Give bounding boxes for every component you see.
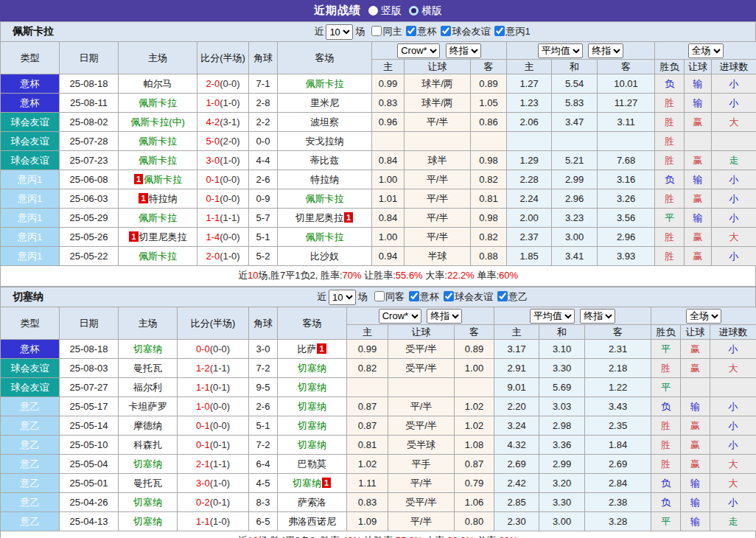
bookmaker-odds: 0.82: [471, 228, 507, 247]
match-count-select[interactable]: 10: [329, 290, 356, 305]
scope-select[interactable]: 全场: [688, 43, 724, 58]
halftime-score: (0-0): [220, 231, 239, 242]
match-score: 0-1(0-0): [197, 189, 249, 209]
filter-checkbox-item[interactable]: 球会友谊: [439, 291, 493, 302]
result-flag: 小: [712, 247, 756, 266]
handicap-line: 球半/两: [405, 94, 471, 113]
filter-checkbox-label: 意丙1: [505, 26, 530, 37]
red-card-badge: 1: [344, 212, 353, 223]
result-flag: 大: [710, 359, 756, 378]
corner-count: 4-4: [249, 151, 278, 170]
away-team-cell: 切塞纳1: [278, 474, 347, 493]
home-team-cell: 佩斯卡拉: [119, 132, 197, 151]
average-select-cell: 平均值 终指: [494, 307, 651, 325]
corner-count: 7-2: [249, 359, 278, 378]
match-score: 0-1(0-1): [178, 436, 249, 455]
result-flag: 小: [710, 397, 756, 416]
average-odds: 2.69: [585, 455, 651, 474]
fulltime-score: 4-2: [206, 116, 220, 127]
away-team-cell: 佩斯卡拉: [278, 74, 372, 94]
sub-col-avg-away: 客: [585, 325, 651, 340]
halftime-score: (1-0): [220, 155, 239, 166]
radio-selected-icon[interactable]: [368, 6, 378, 15]
league-type-badge: 意乙: [1, 493, 60, 512]
fulltime-score: 1-4: [206, 231, 220, 242]
bookmaker-line-select[interactable]: 终指: [427, 309, 462, 324]
filter-checkbox[interactable]: [371, 26, 382, 36]
halftime-score: (0-1): [210, 439, 230, 450]
average-select[interactable]: 平均值: [538, 43, 583, 58]
bookmaker-odds: 0.86: [471, 113, 507, 132]
result-flag: 小: [712, 209, 756, 228]
filter-checkbox[interactable]: [374, 291, 385, 301]
bookmaker-odds: 0.87: [455, 455, 494, 474]
match-score: 1-1(0-1): [178, 378, 249, 397]
bookmaker-odds: 0.79: [455, 474, 494, 493]
average-line-select[interactable]: 终指: [580, 309, 615, 324]
layout-radio-vertical[interactable]: 竖版: [368, 4, 402, 18]
bookmaker-line-select[interactable]: 终指: [446, 43, 481, 58]
filter-checkbox-item[interactable]: 意杯: [402, 26, 436, 37]
match-date: 25-05-17: [60, 397, 119, 416]
bookmaker-odds: 0.81: [347, 436, 388, 455]
average-odds: 2.06: [507, 113, 552, 132]
bookmaker-select[interactable]: Crow*: [397, 43, 440, 58]
halftime-score: (1-0): [210, 478, 230, 489]
league-type-badge: 球会友谊: [1, 359, 60, 378]
filter-checkbox-item[interactable]: 球会友谊: [436, 26, 490, 37]
summary-text-segment: 10: [248, 535, 258, 538]
summary-text-segment: 40%: [343, 535, 362, 538]
filter-checkbox[interactable]: [494, 26, 505, 36]
match-score: 3-0(1-0): [178, 474, 249, 493]
average-odds: 2.42: [494, 474, 539, 493]
filter-checkbox[interactable]: [444, 291, 454, 301]
average-odds: 2.31: [585, 340, 651, 359]
radio-unselected-icon[interactable]: [409, 6, 419, 15]
average-line-select[interactable]: 终指: [588, 43, 623, 58]
filter-checkbox-item[interactable]: 同主: [367, 26, 402, 37]
result-flag: 胜: [651, 359, 681, 378]
filter-controls: 近 10 场 同客意杯球会友谊意乙: [228, 290, 528, 305]
red-card-badge: 1: [139, 193, 147, 203]
home-team-cell: 佩斯卡拉: [119, 151, 197, 170]
sub-col-handicap: 让球: [388, 325, 455, 340]
team-name-text: 卡坦萨罗: [129, 401, 167, 412]
match-score: 1-1(1-0): [178, 512, 249, 531]
result-flag: 负: [655, 170, 685, 189]
home-team-cell: 帕尔马: [119, 74, 197, 94]
average-select[interactable]: 平均值: [530, 309, 575, 324]
corner-count: 6-5: [249, 512, 278, 531]
sub-col-avg-draw: 和: [552, 60, 598, 74]
team-name-text: 切塞纳: [133, 497, 162, 508]
league-type-badge: 意杯: [1, 74, 60, 94]
filter-checkbox-item[interactable]: 意乙: [493, 291, 528, 302]
average-odds: 3.47: [552, 113, 598, 132]
result-flag: 大: [712, 228, 756, 247]
filter-checkbox[interactable]: [409, 291, 419, 301]
result-flag: 胜: [655, 94, 685, 113]
result-flag: 小: [712, 94, 756, 113]
scope-select[interactable]: 全场: [686, 309, 721, 324]
near-label: 近: [314, 25, 323, 38]
filter-checkbox-item[interactable]: 意丙1: [490, 26, 530, 37]
bookmaker-odds: 1.02: [347, 455, 388, 474]
filter-checkbox[interactable]: [497, 291, 508, 301]
home-team-cell: 福尔利: [119, 378, 178, 397]
layout-radio-horizontal[interactable]: 横版: [409, 4, 442, 18]
sub-col-avg-draw: 和: [539, 325, 585, 340]
average-odds: 3.00: [539, 512, 585, 531]
match-count-select[interactable]: 10: [326, 24, 353, 40]
bookmaker-select[interactable]: Crow*: [379, 309, 421, 324]
team-name-text: 比沙奴: [310, 251, 339, 262]
team-name-text: 比萨: [297, 343, 316, 354]
league-type-badge: 意丙1: [1, 247, 60, 266]
result-flag: 输: [685, 74, 712, 94]
filter-checkbox[interactable]: [406, 26, 416, 36]
team-name-text: 曼托瓦: [133, 363, 162, 374]
corner-count: 7-1: [249, 74, 278, 94]
handicap-line: 受平/半: [388, 493, 455, 512]
filter-checkbox-item[interactable]: 同客: [370, 291, 405, 302]
filter-checkbox[interactable]: [441, 26, 451, 36]
filter-checkbox-item[interactable]: 意杯: [405, 291, 439, 302]
result-flag: 赢: [685, 189, 712, 209]
